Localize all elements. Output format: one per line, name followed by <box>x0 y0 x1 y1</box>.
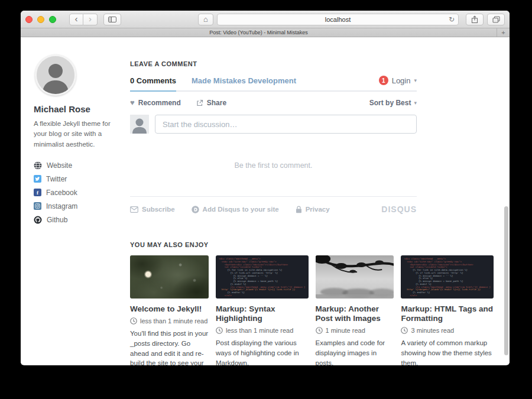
read-time: less than 1 minute read <box>140 317 207 325</box>
sort-label: Sort by Best <box>369 99 411 107</box>
back-button[interactable]: ‹ <box>69 14 83 25</box>
related-post-card: <div class="masthead __menu"> <nav id="s… <box>216 255 309 365</box>
privacy-label: Privacy <box>306 206 330 213</box>
subscribe-label: Subscribe <box>142 206 175 213</box>
post-excerpt: A variety of common markup showing how t… <box>401 338 494 365</box>
post-title-link[interactable]: Markup: Syntax Highlighting <box>216 304 309 323</box>
minimize-window-button[interactable] <box>37 16 44 23</box>
home-icon: ⌂ <box>203 15 208 24</box>
sidebar-link-github[interactable]: Github <box>34 216 124 224</box>
sidebar-toggle-icon <box>108 17 116 22</box>
post-meta: less than 1 minute read <box>130 317 209 325</box>
sidebar-link-twitter[interactable]: Twitter <box>34 175 124 183</box>
recommend-button[interactable]: ♥ Recommend <box>130 98 181 107</box>
browser-toolbar: ‹ › ⌂ localhost ↻ <box>21 11 510 28</box>
post-title-link[interactable]: Markup: Another Post with Images <box>316 304 394 323</box>
guest-avatar <box>130 115 149 134</box>
login-label: Login <box>392 76 411 85</box>
share-box-icon <box>196 99 203 106</box>
share-page-button[interactable] <box>466 14 484 25</box>
share-icon <box>471 15 478 24</box>
facebook-icon: f <box>34 189 41 196</box>
author-links: Website Twitter f Facebook Instagram <box>34 161 124 224</box>
disqus-footer: Subscribe Add Disqus to your site <box>130 205 417 214</box>
envelope-icon <box>130 206 138 213</box>
related-heading: YOU MAY ALSO ENJOY <box>130 241 494 248</box>
sidebar-link-label: Facebook <box>46 189 77 197</box>
forward-button[interactable]: › <box>83 14 98 25</box>
history-nav: ‹ › <box>69 14 98 25</box>
comments-section: LEAVE A COMMENT 0 Comments Made Mistakes… <box>130 60 417 214</box>
chevron-down-icon: ▾ <box>414 100 417 106</box>
sidebar-link-facebook[interactable]: f Facebook <box>34 189 124 197</box>
url-text: localhost <box>218 16 458 23</box>
tab-community[interactable]: Made Mistakes Development <box>192 76 296 90</box>
share-thread-button[interactable]: Share <box>196 99 226 107</box>
person-silhouette-icon <box>37 56 74 94</box>
post-thumbnail-link[interactable] <box>316 255 394 299</box>
chevron-right-icon: › <box>89 14 92 23</box>
login-menu[interactable]: 1 Login ▾ <box>379 76 417 90</box>
active-tab[interactable]: Post: Video (YouTube) - Minimal Mistakes <box>21 30 497 35</box>
author-name: Michael Rose <box>34 104 124 114</box>
tab-comment-count[interactable]: 0 Comments <box>130 76 176 92</box>
post-thumbnail-link[interactable]: <div class="masthead __menu"> <nav id="s… <box>216 255 309 299</box>
person-silhouette-icon <box>130 115 149 134</box>
add-disqus-label: Add Disqus to your site <box>203 206 279 213</box>
address-bar[interactable]: localhost ↻ <box>217 14 459 25</box>
add-disqus-link[interactable]: Add Disqus to your site <box>192 206 279 213</box>
sidebar-link-website[interactable]: Website <box>34 161 124 170</box>
read-time: less than 1 minute read <box>226 327 293 334</box>
notification-badge: 1 <box>379 76 388 85</box>
code-screenshot-thumbnail: <div class="masthead __menu"> <nav id="s… <box>401 255 494 299</box>
comment-compose <box>130 115 417 134</box>
sort-by-menu[interactable]: Sort by Best ▾ <box>369 99 417 107</box>
lock-icon <box>296 206 302 213</box>
zoom-window-button[interactable] <box>49 16 56 23</box>
tabs-icon <box>492 16 500 23</box>
close-window-button[interactable] <box>25 16 33 23</box>
tab-overview-button[interactable] <box>487 14 505 25</box>
clock-icon <box>130 317 137 325</box>
disqus-actions-row: ♥ Recommend Share Sort by Best ▾ <box>130 98 417 107</box>
disqus-logo[interactable]: DISQUS <box>381 205 417 214</box>
author-bio: A flexible Jekyll theme for your blog or… <box>34 119 116 150</box>
reload-icon[interactable]: ↻ <box>449 16 455 23</box>
sidebar-link-instagram[interactable]: Instagram <box>34 202 124 210</box>
related-post-card: Markup: Another Post with Images 1 minut… <box>316 255 394 365</box>
author-avatar <box>35 54 76 96</box>
post-meta: 3 minutes read <box>401 327 494 334</box>
chevron-down-icon: ▾ <box>414 77 417 83</box>
new-tab-button[interactable]: + <box>497 28 510 37</box>
sidebar-link-label: Website <box>47 161 72 170</box>
tree-photo-thumbnail <box>316 255 394 299</box>
related-post-card: Welcome to Jekyll! less than 1 minute re… <box>130 255 209 365</box>
recommend-label: Recommend <box>138 99 181 107</box>
comment-input[interactable] <box>155 115 417 134</box>
post-title-link[interactable]: Markup: HTML Tags and Formatting <box>401 304 494 323</box>
sidebar-link-label: Twitter <box>46 175 67 183</box>
post-thumbnail-link[interactable] <box>130 255 209 299</box>
related-post-card: <div class="masthead __menu"> <nav id="s… <box>401 255 494 365</box>
page-viewport: Michael Rose A flexible Jekyll theme for… <box>21 37 510 365</box>
share-label: Share <box>207 99 226 107</box>
post-meta: less than 1 minute read <box>216 327 309 334</box>
twitter-icon <box>34 175 41 183</box>
related-posts-grid: Welcome to Jekyll! less than 1 minute re… <box>130 255 494 365</box>
scrollbar-thumb[interactable] <box>504 206 508 355</box>
subscribe-link[interactable]: Subscribe <box>130 206 175 213</box>
github-icon <box>34 216 42 224</box>
post-excerpt: Post displaying the various ways of high… <box>216 338 309 365</box>
code-screenshot-thumbnail: <div class="masthead __menu"> <nav id="s… <box>216 255 309 299</box>
disqus-d-icon <box>192 206 199 213</box>
sidebar-link-label: Instagram <box>46 202 77 210</box>
tab-bar: Post: Video (YouTube) - Minimal Mistakes… <box>21 28 510 37</box>
disqus-tab-bar: 0 Comments Made Mistakes Development 1 L… <box>130 76 417 92</box>
post-title-link[interactable]: Welcome to Jekyll! <box>130 304 209 314</box>
home-button[interactable]: ⌂ <box>198 14 213 25</box>
post-thumbnail-link[interactable]: <div class="masthead __menu"> <nav id="s… <box>401 255 494 299</box>
post-excerpt: Examples and code for displaying images … <box>316 338 394 365</box>
sidebar-toggle-button[interactable] <box>103 14 121 25</box>
privacy-link[interactable]: Privacy <box>296 206 330 213</box>
post-meta: 1 minute read <box>316 327 394 334</box>
